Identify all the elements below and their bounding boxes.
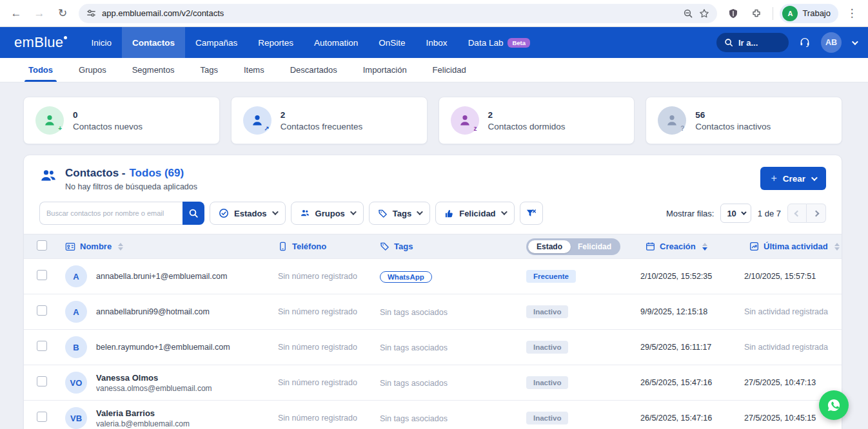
global-search[interactable]: Ir a... [716, 33, 789, 52]
creation-date: 26/5/2025, 15:47:16 [640, 414, 744, 423]
tab[interactable]: Segmentos [119, 58, 188, 82]
contact-row[interactable]: B belen.raymundo+1@embluemail.com Sin nú… [24, 329, 842, 365]
global-search-placeholder: Ir a... [738, 38, 758, 48]
last-activity: Sin actividad registrada [744, 343, 842, 352]
nav-item[interactable]: Contactos [122, 27, 185, 58]
tab[interactable]: Tags [187, 58, 230, 82]
nav-item[interactable]: Inbox [416, 27, 458, 58]
account-chevron-down-icon[interactable] [852, 39, 858, 45]
page-title: Contactos - Todos (69) [65, 167, 197, 180]
stat-card[interactable]: ? 56 Contactos inactivos [646, 97, 842, 144]
nav-item[interactable]: OnSite [368, 27, 415, 58]
emblue-logo[interactable]: emBlue [14, 27, 66, 58]
nav-item[interactable]: Automation [304, 27, 368, 58]
column-nombre[interactable]: Nombre [65, 242, 278, 252]
row-checkbox[interactable] [37, 305, 47, 316]
contact-row[interactable]: A annabella.bruni+1@embluemail.com Sin n… [24, 258, 842, 294]
column-creacion[interactable]: Creación [640, 242, 744, 251]
status-badge: Inactivo [526, 376, 568, 389]
last-activity: 27/5/2025, 10:47:13 [744, 378, 842, 387]
status-badge: Inactivo [526, 341, 568, 354]
prev-page-button[interactable] [787, 204, 807, 223]
filter-estados[interactable]: Estados [210, 202, 286, 225]
profile-name: Trabajo [802, 8, 831, 18]
chevron-left-icon [794, 210, 800, 216]
toggle-felicidad[interactable]: Felicidad [571, 240, 618, 253]
sort-nombre[interactable] [118, 243, 123, 251]
stat-label: Contactos dormidos [488, 122, 566, 131]
nav-item[interactable]: Inicio [81, 27, 122, 58]
select-all-checkbox[interactable] [37, 240, 47, 251]
row-checkbox[interactable] [37, 341, 47, 351]
tab[interactable]: Todos [15, 58, 66, 82]
contact-search-input[interactable] [39, 202, 182, 225]
whatsapp-icon [825, 397, 842, 414]
creation-date: 2/10/2025, 15:52:35 [640, 272, 744, 281]
column-ultima-actividad[interactable]: Última actividad [744, 242, 842, 251]
contact-row[interactable]: VO Vanessa Olmos vanessa.olmos@embluemai… [24, 365, 842, 400]
groups-icon [300, 208, 310, 218]
toggle-estado[interactable]: Estado [528, 240, 571, 253]
panel-header: Contactos - Todos (69) No hay filtros de… [24, 155, 842, 195]
calendar-icon [646, 242, 655, 251]
tab[interactable]: Descartados [277, 58, 350, 82]
forward-button[interactable]: → [30, 4, 49, 23]
estado-felicidad-toggle: Estado Felicidad [526, 238, 620, 255]
zoom-out-icon[interactable] [683, 8, 693, 19]
back-button[interactable]: ← [6, 4, 26, 23]
chevron-right-icon [813, 210, 820, 216]
user-avatar[interactable]: AB [821, 32, 842, 53]
stat-count: 0 [73, 110, 143, 120]
address-bar[interactable]: app.embluemail.com/v2/contacts [79, 4, 717, 23]
active-view-label: Todos (69) [130, 167, 184, 180]
contacts-icon [39, 167, 57, 185]
browser-profile-chip[interactable]: A Trabajo [780, 4, 838, 23]
stat-card[interactable]: ↗ 2 Contactos frecuentes [231, 97, 428, 144]
row-checkbox[interactable] [37, 376, 47, 386]
filter-tags[interactable]: Tags [369, 202, 430, 225]
search-button[interactable] [182, 202, 204, 225]
contact-email: vanessa.olmos@embluemail.com [96, 384, 212, 393]
rows-per-page-select[interactable]: 10 [720, 204, 751, 223]
contact-email: annabella.bruni+1@embluemail.com [96, 272, 227, 281]
contacts-tabs: Todos Grupos Segmentos Tags Items Descar… [0, 58, 868, 82]
stat-label: Contactos nuevos [73, 122, 143, 131]
reload-button[interactable]: ↻ [53, 4, 72, 23]
extensions-icon[interactable] [747, 4, 766, 23]
row-checkbox[interactable] [37, 270, 47, 280]
nav-item[interactable]: Data Lab Beta [458, 27, 540, 58]
tab[interactable]: Grupos [66, 58, 119, 82]
nav-item[interactable]: Reportes [248, 27, 304, 58]
filter-grupos[interactable]: Grupos [291, 202, 364, 225]
next-page-button[interactable] [807, 204, 826, 223]
support-headset-icon[interactable] [799, 37, 811, 48]
contact-row[interactable]: A annabellabruni99@hotmail.com Sin númer… [24, 294, 842, 329]
shield-extension-icon[interactable] [724, 4, 743, 23]
create-button[interactable]: + Crear [760, 167, 826, 190]
table-body: A annabella.bruni+1@embluemail.com Sin n… [24, 258, 842, 429]
sort-creacion[interactable] [702, 243, 707, 251]
page-content: + 0 Contactos nuevos ↗ 2 Contactos frecu… [0, 82, 868, 429]
stat-card[interactable]: z 2 Contactos dormidos [439, 97, 635, 144]
sort-ultima-actividad[interactable] [834, 243, 840, 251]
contact-avatar: A [65, 301, 87, 323]
nav-menu: Inicio Contactos Campañas Reportes Autom… [81, 27, 540, 58]
tab[interactable]: Items [231, 58, 277, 82]
whatsapp-fab[interactable] [819, 390, 849, 420]
nav-item[interactable]: Campañas [185, 27, 248, 58]
create-chevron-down-icon [811, 175, 818, 181]
stat-card[interactable]: + 0 Contactos nuevos [23, 97, 220, 144]
stat-count: 56 [695, 110, 771, 120]
stat-count: 2 [281, 110, 363, 120]
column-tags: Tags [380, 242, 526, 251]
stat-label: Contactos frecuentes [281, 122, 363, 131]
clear-filters-button[interactable] [520, 202, 543, 225]
filter-felicidad[interactable]: Felicidad [435, 202, 514, 225]
site-info-icon[interactable] [86, 8, 96, 18]
tab[interactable]: Importación [350, 58, 420, 82]
tab[interactable]: Felicidad [420, 58, 479, 82]
contact-row[interactable]: VB Valeria Barrios valeria.b@embluemail.… [24, 400, 842, 429]
bookmark-star-icon[interactable] [699, 8, 709, 19]
row-checkbox[interactable] [37, 412, 47, 422]
browser-menu-icon[interactable]: ⋮ [842, 4, 862, 23]
